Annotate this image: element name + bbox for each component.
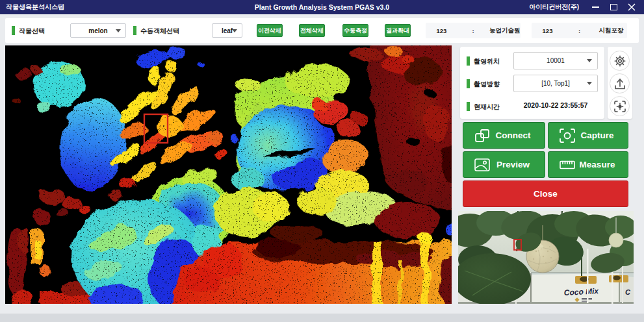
capture-direction-label: 촬영방향: [467, 79, 500, 89]
green-bar-icon: [467, 79, 470, 88]
object-select-value: leaf: [222, 27, 233, 34]
close-icon: [628, 3, 636, 11]
object-select-dropdown[interactable]: leaf: [212, 23, 242, 38]
site-code-field[interactable]: 123 : 시험포장: [532, 23, 627, 38]
gear-icon: [613, 55, 626, 68]
green-bar-icon: [467, 56, 470, 66]
title-bar: 작물생육분석시스템 Plant Growth Analysis System P…: [0, 0, 644, 14]
separator: :: [457, 27, 489, 34]
current-time-value: 2020-10-22 23:55:57: [513, 101, 598, 109]
plant-photo-preview: Coco Mix Coco C: [458, 211, 634, 304]
toolbar: 작물선택 melon 수동객체선택 leaf 이전삭제 전체삭제 수동측정 결과…: [5, 18, 639, 43]
capture-location-value: 10001: [547, 57, 565, 64]
focus-target-icon: [613, 100, 626, 113]
capture-direction-value: [10, Top1]: [541, 80, 570, 87]
connect-icon: [474, 127, 491, 144]
current-time-label: 현재시간: [467, 102, 500, 112]
delete-all-button[interactable]: 전체삭제: [299, 24, 325, 37]
maximize-button[interactable]: [605, 0, 622, 14]
preview-image-icon: [474, 156, 491, 173]
capture-direction-dropdown[interactable]: [10, Top1]: [513, 75, 598, 92]
capture-icon: [559, 127, 576, 144]
maximize-icon: [610, 4, 617, 10]
green-bar-icon: [133, 26, 136, 35]
minimize-button[interactable]: [587, 0, 604, 14]
bag-label-main: Coco Mix: [563, 286, 599, 297]
manual-measure-button[interactable]: 수동측정: [342, 24, 368, 37]
separator: :: [563, 27, 595, 34]
chevron-down-icon: [116, 29, 121, 32]
capture-location-dropdown[interactable]: 10001: [513, 52, 598, 69]
upload-icon: [613, 77, 626, 90]
org-name: 농업기술원: [489, 27, 521, 35]
close-window-button[interactable]: [623, 0, 640, 14]
green-bar-icon: [467, 102, 470, 111]
connect-button[interactable]: Connect: [463, 122, 545, 149]
measure-button[interactable]: Measure: [548, 151, 628, 178]
side-icon-bar: [608, 47, 632, 119]
minimize-icon: [592, 6, 599, 8]
site-name: 시험포장: [595, 27, 627, 35]
enlarge-result-button[interactable]: 결과확대: [385, 24, 411, 37]
green-bar-icon: [12, 26, 15, 35]
company-name: 아이티컨버전(주): [529, 3, 579, 12]
chevron-down-icon: [587, 59, 592, 62]
bag-label-partial: C: [625, 288, 631, 296]
depth-map-canvas[interactable]: [5, 45, 452, 304]
site-code-value: 123: [532, 27, 563, 34]
delete-previous-button[interactable]: 이전삭제: [257, 24, 283, 37]
capture-settings-panel: 촬영위치 10001 촬영방향 [10, Top1] 현재시간 2020-10-…: [460, 47, 604, 119]
chevron-down-icon: [232, 29, 237, 32]
close-button[interactable]: Close: [463, 180, 628, 207]
preview-label: Preview: [491, 160, 545, 169]
org-code-field[interactable]: 123 : 농업기술원: [426, 23, 521, 38]
crop-select-label: 작물선택: [12, 26, 45, 36]
object-select-label: 수동객체선택: [133, 26, 179, 36]
capture-label: Capture: [576, 130, 628, 140]
close-label: Close: [534, 189, 558, 199]
window-bottom-edge: [0, 314, 644, 322]
crop-select-dropdown[interactable]: melon: [70, 23, 126, 38]
capture-location-label: 촬영위치: [467, 56, 500, 66]
connect-label: Connect: [491, 130, 545, 140]
focus-calibrate-button[interactable]: [610, 96, 630, 116]
ruler-icon: [559, 156, 576, 173]
crop-select-value: melon: [88, 27, 107, 34]
settings-button[interactable]: [610, 51, 630, 71]
upload-button[interactable]: [610, 73, 630, 93]
depth-map-image: [5, 45, 452, 304]
capture-button[interactable]: Capture: [548, 122, 628, 149]
greenhouse-photo: Coco Mix Coco C: [458, 211, 634, 304]
preview-button[interactable]: Preview: [463, 151, 545, 178]
chevron-down-icon: [587, 82, 592, 85]
org-code-value: 123: [426, 27, 457, 34]
measure-label: Measure: [576, 160, 628, 169]
